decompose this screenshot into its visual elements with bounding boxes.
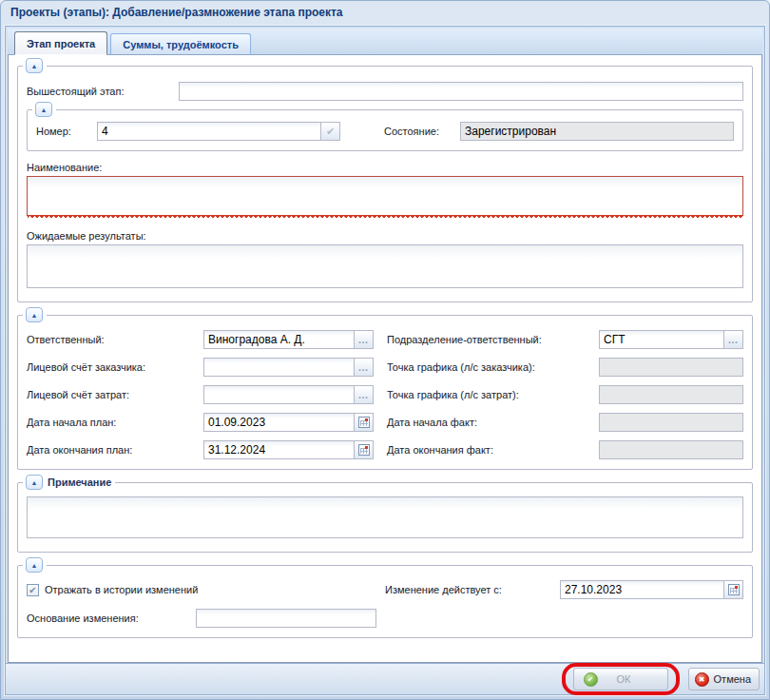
invalid-underline xyxy=(28,215,742,219)
tab-body-form: ▲ Вышестоящий этап: ▲ Номер: xyxy=(8,55,762,663)
responsible-label: Ответственный: xyxy=(27,334,203,345)
schedule-point-customer-readonly-field xyxy=(599,358,743,377)
collapse-arrow-icon: ▲ xyxy=(31,562,38,569)
start-date-fact-readonly-field xyxy=(599,413,743,432)
end-date-plan-calendar-button[interactable] xyxy=(355,440,374,459)
fieldset-change-history: ▲ ✔ Отражать в истории изменений Изменен… xyxy=(17,565,753,638)
window-title: Проекты (этапы): Добавление/размножение … xyxy=(10,6,343,19)
ellipsis-icon: … xyxy=(728,335,740,344)
check-icon: ✔ xyxy=(326,126,335,138)
footer-toolbar: ✔ ОК ✖ Отмена xyxy=(6,663,764,694)
note-legend-label: Примечание xyxy=(48,476,111,488)
expected-results-textarea[interactable] xyxy=(27,244,743,288)
collapse-arrow-icon: ▲ xyxy=(31,479,38,486)
name-textarea-invalid[interactable] xyxy=(27,176,743,216)
reflect-history-label: Отражать в истории изменений xyxy=(45,584,198,595)
expected-results-label: Ожидаемые результаты: xyxy=(27,230,743,242)
fieldset-main-legend: ▲ xyxy=(26,58,47,73)
change-reason-label: Основание изменения: xyxy=(27,612,196,624)
parent-stage-input[interactable] xyxy=(179,82,743,101)
fieldset-main: ▲ Вышестоящий этап: ▲ Номер: xyxy=(17,66,753,302)
reflect-history-checkbox[interactable]: ✔ xyxy=(27,584,39,596)
end-date-fact-label: Дата окончания факт: xyxy=(387,444,599,456)
collapse-toggle-button[interactable]: ▲ xyxy=(35,102,52,117)
collapse-arrow-icon: ▲ xyxy=(31,63,38,69)
ellipsis-icon: … xyxy=(358,390,370,399)
start-date-plan-input[interactable] xyxy=(203,413,355,432)
ok-check-circle-icon: ✔ xyxy=(584,672,598,687)
collapse-arrow-icon: ▲ xyxy=(31,312,38,319)
tab-project-stage[interactable]: Этап проекта xyxy=(14,31,107,55)
start-date-plan-calendar-button[interactable] xyxy=(355,413,374,432)
change-effective-from-calendar-button[interactable] xyxy=(724,580,743,599)
cancel-button-label: Отмена xyxy=(714,673,751,685)
number-input[interactable] xyxy=(97,122,321,141)
responsible-department-input[interactable] xyxy=(599,330,724,349)
collapse-toggle-button[interactable]: ▲ xyxy=(26,557,43,573)
number-check-trigger-button[interactable]: ✔ xyxy=(321,122,340,141)
fieldset-number-state: ▲ Номер: ✔ Состояние: xyxy=(27,109,743,151)
tab-panel: Этап проекта Суммы, трудоёмкость ▲ Вышес… xyxy=(8,29,762,663)
end-date-plan-label: Дата окончания план: xyxy=(27,444,203,456)
parent-stage-label: Вышестоящий этап: xyxy=(27,86,179,97)
state-readonly-field xyxy=(460,122,734,141)
fieldset-note: ▲ Примечание xyxy=(17,482,753,553)
window-titlebar: Проекты (этапы): Добавление/размножение … xyxy=(1,1,769,26)
fieldset-number-state-legend: ▲ xyxy=(35,102,56,117)
cost-account-label: Лицевой счёт затрат: xyxy=(27,389,203,400)
fieldset-details-legend: ▲ xyxy=(26,307,47,322)
ok-button-label: ОК xyxy=(617,673,631,685)
end-date-plan-input[interactable] xyxy=(203,440,355,459)
cancel-x-circle-icon: ✖ xyxy=(695,672,709,687)
change-effective-from-label: Изменение действует с: xyxy=(385,584,560,595)
ellipsis-icon: … xyxy=(358,362,370,372)
responsible-department-label: Подразделение-ответственный: xyxy=(387,334,599,345)
change-reason-input[interactable] xyxy=(196,609,376,628)
name-label: Наименование: xyxy=(27,162,743,173)
schedule-point-customer-label: Точка графика (л/с заказчика): xyxy=(387,361,599,373)
responsible-department-lookup-button[interactable]: … xyxy=(724,330,743,349)
schedule-point-cost-label: Точка графика (л/с затрат): xyxy=(387,389,599,400)
cost-account-input[interactable] xyxy=(203,385,355,404)
calendar-icon xyxy=(358,417,370,428)
responsible-lookup-button[interactable]: … xyxy=(355,330,374,349)
customer-account-label: Лицевой счёт заказчика: xyxy=(27,361,203,373)
ok-button-highlight: ✔ ОК xyxy=(562,663,680,695)
note-textarea[interactable] xyxy=(27,496,743,538)
tab-sums-labor-label: Суммы, трудоёмкость xyxy=(123,39,239,50)
collapse-arrow-icon: ▲ xyxy=(41,107,48,113)
collapse-toggle-button[interactable]: ▲ xyxy=(26,58,43,73)
fieldset-details: ▲ Ответственный: … Подразделение-ответст… xyxy=(17,315,753,470)
window-body: Этап проекта Суммы, трудоёмкость ▲ Вышес… xyxy=(5,26,765,695)
start-date-fact-label: Дата начала факт: xyxy=(387,417,599,428)
change-effective-from-input[interactable] xyxy=(560,580,724,599)
check-icon: ✔ xyxy=(587,675,594,684)
calendar-icon xyxy=(358,444,370,456)
calendar-icon xyxy=(728,584,740,595)
collapse-toggle-button[interactable]: ▲ xyxy=(26,475,43,490)
start-date-plan-label: Дата начала план: xyxy=(27,417,203,428)
fieldset-change-history-legend: ▲ xyxy=(26,557,47,573)
dialog-window: Проекты (этапы): Добавление/размножение … xyxy=(0,0,770,700)
customer-account-input[interactable] xyxy=(203,358,355,377)
cost-account-lookup-button[interactable]: … xyxy=(355,385,374,404)
customer-account-lookup-button[interactable]: … xyxy=(355,358,374,377)
tab-strip: Этап проекта Суммы, трудоёмкость xyxy=(8,29,762,55)
ok-button[interactable]: ✔ ОК xyxy=(573,668,668,690)
number-label: Номер: xyxy=(36,126,97,137)
state-label: Состояние: xyxy=(384,126,460,137)
end-date-fact-readonly-field xyxy=(599,440,743,459)
schedule-point-cost-readonly-field xyxy=(599,385,743,404)
tab-sums-labor[interactable]: Суммы, трудоёмкость xyxy=(110,33,251,55)
responsible-input[interactable] xyxy=(203,330,355,349)
checkbox-check-icon: ✔ xyxy=(29,585,36,595)
x-icon: ✖ xyxy=(699,675,705,684)
tab-project-stage-label: Этап проекта xyxy=(27,38,95,49)
ellipsis-icon: … xyxy=(358,335,370,344)
fieldset-note-legend: ▲ Примечание xyxy=(26,475,115,490)
collapse-toggle-button[interactable]: ▲ xyxy=(26,307,43,322)
cancel-button[interactable]: ✖ Отмена xyxy=(688,668,760,690)
